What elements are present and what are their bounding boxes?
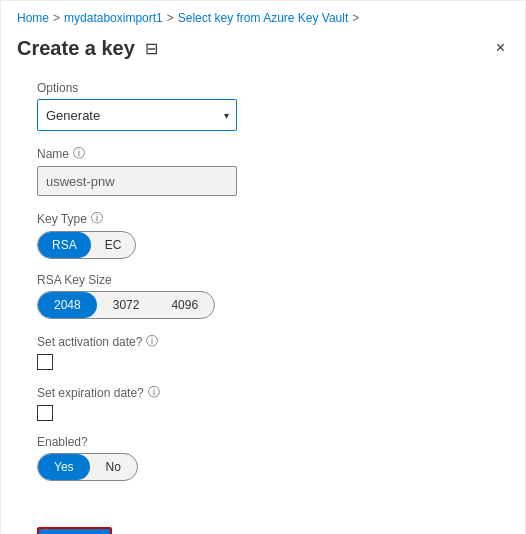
expiration-date-label: Set expiration date? ⓘ [37,384,489,401]
name-group: Name ⓘ [37,145,489,196]
rsa-size-2048-button[interactable]: 2048 [38,292,97,318]
enabled-toggle: Yes No [37,453,138,481]
activation-date-info-icon[interactable]: ⓘ [146,333,158,350]
rsa-size-4096-button[interactable]: 4096 [155,292,214,318]
panel-header: Create a key ⊟ × [1,31,525,73]
rsa-key-size-group: RSA Key Size 2048 3072 4096 [37,273,489,319]
key-type-toggle: RSA EC [37,231,136,259]
activation-date-label: Set activation date? ⓘ [37,333,489,350]
options-group: Options Generate Import Restore Backup ▾ [37,81,489,131]
breadcrumb: Home > mydataboximport1 > Select key fro… [1,1,525,31]
expiration-date-info-icon[interactable]: ⓘ [148,384,160,401]
key-type-ec-button[interactable]: EC [91,232,136,258]
create-key-panel: Home > mydataboximport1 > Select key fro… [0,0,526,534]
rsa-key-size-toggle: 2048 3072 4096 [37,291,215,319]
rsa-size-3072-button[interactable]: 3072 [97,292,156,318]
close-icon[interactable]: × [492,35,509,61]
options-select-wrapper: Generate Import Restore Backup ▾ [37,99,237,131]
create-button[interactable]: Create [37,527,112,534]
breadcrumb-home[interactable]: Home [17,11,49,25]
breadcrumb-sep-1: > [53,11,60,25]
breadcrumb-sep-2: > [167,11,174,25]
key-type-info-icon[interactable]: ⓘ [91,210,103,227]
name-input[interactable] [37,166,237,196]
name-label: Name ⓘ [37,145,489,162]
breadcrumb-sep-3: > [352,11,359,25]
panel-title-area: Create a key ⊟ [17,37,158,60]
expiration-date-checkbox[interactable] [37,405,53,421]
rsa-key-size-label: RSA Key Size [37,273,489,287]
breadcrumb-select-key[interactable]: Select key from Azure Key Vault [178,11,349,25]
panel-body: Options Generate Import Restore Backup ▾… [1,73,525,511]
expiration-date-group: Set expiration date? ⓘ [37,384,489,421]
enabled-no-button[interactable]: No [90,454,137,480]
enabled-yes-button[interactable]: Yes [38,454,90,480]
panel-footer: Create [1,511,525,534]
print-icon[interactable]: ⊟ [145,39,158,58]
breadcrumb-mydatabox[interactable]: mydataboximport1 [64,11,163,25]
page-title: Create a key [17,37,135,60]
expiration-date-checkbox-container [37,405,489,421]
options-label: Options [37,81,489,95]
activation-date-checkbox[interactable] [37,354,53,370]
key-type-rsa-button[interactable]: RSA [38,232,91,258]
name-info-icon[interactable]: ⓘ [73,145,85,162]
options-select[interactable]: Generate Import Restore Backup [37,99,237,131]
activation-date-group: Set activation date? ⓘ [37,333,489,370]
key-type-group: Key Type ⓘ RSA EC [37,210,489,259]
activation-date-checkbox-container [37,354,489,370]
enabled-group: Enabled? Yes No [37,435,489,481]
key-type-label: Key Type ⓘ [37,210,489,227]
enabled-label: Enabled? [37,435,489,449]
